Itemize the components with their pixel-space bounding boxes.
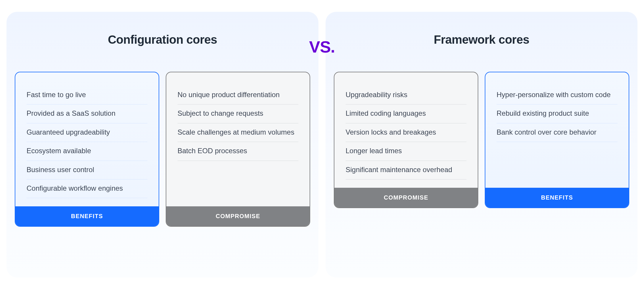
list-item: Rebuild existing product suite [497, 104, 617, 123]
list-item: Longer lead times [346, 142, 466, 161]
panel-title-right: Framework cores [334, 33, 629, 46]
list-item: Version locks and breakages [346, 123, 466, 142]
card-body: No unique product differentiationSubject… [166, 72, 310, 206]
card-body: Upgradeability risksLimited coding langu… [334, 72, 478, 188]
list-item: Batch EOD processes [178, 142, 298, 161]
list-item: Subject to change requests [178, 104, 298, 123]
footer-benefits: BENEFITS [15, 206, 159, 226]
list-item: Configurable workflow engines [27, 179, 147, 198]
list-item: Fast time to go live [27, 86, 147, 104]
list-item: Significant maintenance overhead [346, 161, 466, 179]
list-item: Upgradeability risks [346, 86, 466, 104]
list-item: No unique product differentiation [178, 86, 298, 104]
card-right-benefits: Hyper-personalize with custom codeRebuil… [485, 72, 629, 208]
panel-framework-cores: Framework cores Upgradeability risksLimi… [326, 12, 638, 277]
footer-benefits: BENEFITS [485, 188, 629, 208]
list-item: Guaranteed upgradeability [27, 123, 147, 142]
list-item: Provided as a SaaS solution [27, 104, 147, 123]
card-left-compromise: No unique product differentiationSubject… [166, 72, 310, 227]
card-right-compromise: Upgradeability risksLimited coding langu… [334, 72, 478, 208]
footer-compromise: COMPROMISE [334, 188, 478, 208]
card-left-benefits: Fast time to go liveProvided as a SaaS s… [15, 72, 159, 227]
list-item: Limited coding languages [346, 104, 466, 123]
panel-configuration-cores: Configuration cores Fast time to go live… [6, 12, 318, 277]
card-body: Fast time to go liveProvided as a SaaS s… [15, 72, 159, 206]
list-item: Bank control over core behavior [497, 123, 617, 142]
list-item: Scale challenges at medium volumes [178, 123, 298, 142]
list-item: Hyper-personalize with custom code [497, 86, 617, 104]
list-item: Ecosystem available [27, 142, 147, 161]
list-item: Business user control [27, 161, 147, 179]
footer-compromise: COMPROMISE [166, 206, 310, 226]
panel-title-left: Configuration cores [15, 33, 310, 46]
card-body: Hyper-personalize with custom codeRebuil… [485, 72, 629, 188]
